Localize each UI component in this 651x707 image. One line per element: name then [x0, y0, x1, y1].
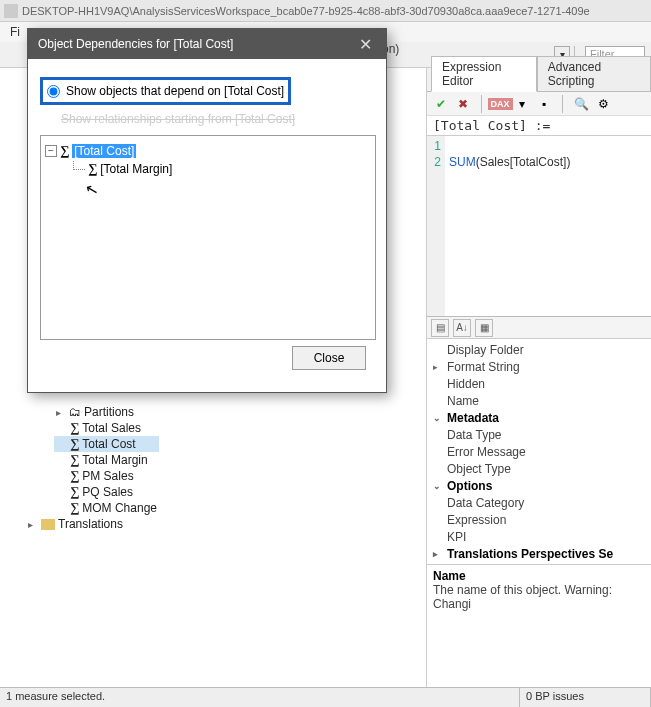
expander-icon[interactable]: ▸ [56, 407, 66, 418]
alphabetical-icon[interactable]: A↓ [453, 319, 471, 337]
dialog-title: Object Dependencies for [Total Cost] [38, 37, 355, 51]
properties-list[interactable]: Display Folder ▸Format String Hidden Nam… [427, 339, 651, 564]
props-pages-icon[interactable]: ▦ [475, 319, 493, 337]
statusbar: 1 measure selected. 0 BP issues [0, 687, 651, 707]
dax-badge[interactable]: DAX [492, 96, 508, 112]
sigma-icon: ∑ [70, 468, 79, 484]
measure-row[interactable]: ∑ PM Sales [54, 468, 159, 484]
accept-icon[interactable]: ✔ [433, 96, 449, 112]
folder-icon [41, 519, 55, 530]
divider [481, 95, 482, 113]
code-area[interactable]: SUM(Sales[TotalCost]) [445, 136, 574, 316]
expression-header: [Total Cost] := [427, 116, 651, 136]
collapse-icon[interactable]: − [45, 145, 57, 157]
tab-advanced-scripting[interactable]: Advanced Scripting [537, 56, 651, 91]
cursor-icon: ↖ [83, 179, 100, 200]
status-right: 0 BP issues [520, 688, 651, 707]
dependency-tree[interactable]: − ∑ [Total Cost] ∑ [Total Margin] ↖ [40, 135, 376, 340]
sigma-icon: ∑ [70, 452, 79, 468]
expression-toolbar: ✔ ✖ DAX ▾ ▪ 🔍 ⚙ [427, 92, 651, 116]
object-dependencies-dialog: Object Dependencies for [Total Cost] ✕ S… [27, 28, 387, 393]
app-icon [4, 4, 18, 18]
properties-toolbar: ▤ A↓ ▦ [427, 317, 651, 339]
close-icon[interactable]: ✕ [355, 35, 376, 54]
sigma-icon: ∑ [70, 484, 79, 500]
radio-dependents-highlighted[interactable]: Show objects that depend on [Total Cost] [40, 77, 291, 105]
radio-relationships[interactable]: Show relationships starting from [Total … [40, 109, 376, 129]
window-titlebar: DESKTOP-HH1V9AQ\AnalysisServicesWorkspac… [0, 0, 651, 22]
dialog-titlebar[interactable]: Object Dependencies for [Total Cost] ✕ [28, 29, 386, 59]
sigma-icon: ∑ [70, 436, 79, 452]
sigma-icon: ∑ [70, 500, 79, 516]
cancel-icon[interactable]: ✖ [455, 96, 471, 112]
sigma-icon: ∑ [88, 161, 97, 177]
divider [562, 95, 563, 113]
comment-icon[interactable]: ▪ [536, 96, 552, 112]
format-icon[interactable]: ▾ [514, 96, 530, 112]
tree-translations[interactable]: ▸ Translations [26, 516, 159, 532]
tree-connector [73, 161, 85, 170]
model-tree: ▸ 🗂 Partitions ∑ Total Sales ∑ Total Cos… [54, 404, 159, 532]
expander-icon[interactable]: ▸ [28, 519, 38, 530]
properties-panel: ▤ A↓ ▦ Display Folder ▸Format String Hid… [427, 316, 651, 707]
right-pane: Expression Editor Advanced Scripting ✔ ✖… [427, 68, 651, 707]
dep-child-row[interactable]: ∑ [Total Margin] [45, 160, 371, 178]
tree-partitions[interactable]: ▸ 🗂 Partitions [54, 404, 159, 420]
properties-description: Name The name of this object. Warning: C… [427, 564, 651, 615]
window-title: DESKTOP-HH1V9AQ\AnalysisServicesWorkspac… [22, 5, 590, 17]
categorized-icon[interactable]: ▤ [431, 319, 449, 337]
sigma-icon: ∑ [70, 420, 79, 436]
find-icon[interactable]: 🔍 [573, 96, 589, 112]
dep-root-label: [Total Cost] [72, 144, 136, 158]
radio-input[interactable] [47, 85, 60, 98]
partitions-icon: 🗂 [69, 405, 81, 419]
measure-row[interactable]: ∑ Total Sales [54, 420, 159, 436]
menu-item-file[interactable]: Fi [10, 25, 20, 39]
code-line-2: SUM(Sales[TotalCost]) [449, 154, 570, 170]
tab-expression-editor[interactable]: Expression Editor [431, 56, 537, 92]
expression-editor[interactable]: 1 2 SUM(Sales[TotalCost]) [427, 136, 651, 316]
measure-row-selected[interactable]: ∑ Total Cost [54, 436, 159, 452]
dep-root-row[interactable]: − ∑ [Total Cost] [45, 142, 371, 160]
measure-row[interactable]: ∑ PQ Sales [54, 484, 159, 500]
code-gutter: 1 2 [427, 136, 445, 316]
status-left: 1 measure selected. [0, 688, 520, 707]
close-button[interactable]: Close [292, 346, 366, 370]
sigma-icon: ∑ [60, 143, 69, 159]
settings-icon[interactable]: ⚙ [595, 96, 611, 112]
editor-tabbar: Expression Editor Advanced Scripting [427, 68, 651, 92]
measure-row[interactable]: ∑ Total Margin [54, 452, 159, 468]
dep-child-label: [Total Margin] [100, 162, 172, 176]
measure-row[interactable]: ∑ MOM Change [54, 500, 159, 516]
